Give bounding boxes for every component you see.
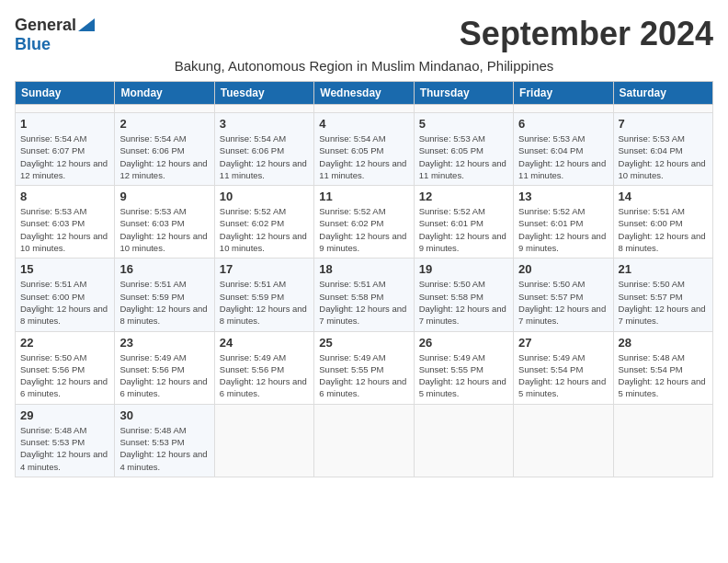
day-number: 5 xyxy=(419,117,508,131)
day-number: 24 xyxy=(220,336,309,350)
col-thursday: Thursday xyxy=(414,82,513,105)
calendar-day-cell: 21 Sunrise: 5:50 AMSunset: 5:57 PMDaylig… xyxy=(613,259,712,331)
day-info: Sunrise: 5:48 AMSunset: 5:53 PMDaylight:… xyxy=(119,424,209,473)
day-number: 14 xyxy=(619,190,708,203)
calendar-day-cell xyxy=(514,105,613,113)
calendar-day-cell xyxy=(314,404,414,477)
calendar-day-cell: 6 Sunrise: 5:53 AMSunset: 6:04 PMDayligh… xyxy=(514,113,613,186)
calendar-week-row: 22 Sunrise: 5:50 AMSunset: 5:56 PMDaylig… xyxy=(16,331,713,404)
calendar-day-cell: 13 Sunrise: 5:52 AMSunset: 6:01 PMDaylig… xyxy=(514,186,613,259)
day-number: 15 xyxy=(20,262,109,276)
calendar-week-row: 29 Sunrise: 5:48 AMSunset: 5:53 PMDaylig… xyxy=(16,404,713,477)
location-title: Bakung, Autonomous Region in Muslim Mind… xyxy=(15,58,713,74)
day-info: Sunrise: 5:49 AMSunset: 5:55 PMDaylight:… xyxy=(419,351,508,400)
calendar-day-cell xyxy=(314,105,414,113)
day-number: 25 xyxy=(319,336,408,350)
calendar-day-cell: 5 Sunrise: 5:53 AMSunset: 6:05 PMDayligh… xyxy=(414,113,513,186)
calendar-day-cell: 8 Sunrise: 5:53 AMSunset: 6:03 PMDayligh… xyxy=(16,186,115,259)
calendar-day-cell: 4 Sunrise: 5:54 AMSunset: 6:05 PMDayligh… xyxy=(314,113,414,186)
day-number: 30 xyxy=(119,408,209,422)
day-info: Sunrise: 5:54 AMSunset: 6:07 PMDaylight:… xyxy=(20,132,109,181)
day-info: Sunrise: 5:53 AMSunset: 6:04 PMDaylight:… xyxy=(619,132,708,181)
day-info: Sunrise: 5:53 AMSunset: 6:03 PMDaylight:… xyxy=(119,205,209,254)
calendar-week-row xyxy=(16,105,713,113)
day-info: Sunrise: 5:54 AMSunset: 6:06 PMDaylight:… xyxy=(220,132,309,181)
day-number: 27 xyxy=(518,336,608,350)
day-info: Sunrise: 5:51 AMSunset: 5:59 PMDaylight:… xyxy=(119,278,209,327)
calendar-day-cell: 23 Sunrise: 5:49 AMSunset: 5:56 PMDaylig… xyxy=(115,331,214,404)
calendar-day-cell xyxy=(613,105,712,113)
header: General Blue September 2024 xyxy=(15,15,713,54)
calendar-day-cell: 19 Sunrise: 5:50 AMSunset: 5:58 PMDaylig… xyxy=(414,259,513,331)
day-number: 23 xyxy=(119,336,209,350)
day-number: 7 xyxy=(619,117,708,131)
day-info: Sunrise: 5:52 AMSunset: 6:02 PMDaylight:… xyxy=(220,205,309,254)
calendar-day-cell: 11 Sunrise: 5:52 AMSunset: 6:02 PMDaylig… xyxy=(314,186,414,259)
day-number: 10 xyxy=(220,190,309,203)
day-number: 18 xyxy=(319,262,408,276)
calendar-day-cell: 22 Sunrise: 5:50 AMSunset: 5:56 PMDaylig… xyxy=(16,331,115,404)
day-number: 20 xyxy=(518,262,608,276)
calendar-day-cell xyxy=(613,404,712,477)
calendar-week-row: 1 Sunrise: 5:54 AMSunset: 6:07 PMDayligh… xyxy=(16,113,713,186)
calendar-table: Sunday Monday Tuesday Wednesday Thursday… xyxy=(15,81,713,477)
calendar-day-cell xyxy=(414,404,513,477)
day-info: Sunrise: 5:52 AMSunset: 6:02 PMDaylight:… xyxy=(319,205,408,254)
day-number: 2 xyxy=(119,117,209,131)
calendar-day-cell: 26 Sunrise: 5:49 AMSunset: 5:55 PMDaylig… xyxy=(414,331,513,404)
month-year-title: September 2024 xyxy=(460,15,713,53)
calendar-day-cell: 15 Sunrise: 5:51 AMSunset: 6:00 PMDaylig… xyxy=(16,259,115,331)
calendar-day-cell: 1 Sunrise: 5:54 AMSunset: 6:07 PMDayligh… xyxy=(16,113,115,186)
day-number: 29 xyxy=(20,408,109,422)
calendar-day-cell: 18 Sunrise: 5:51 AMSunset: 5:58 PMDaylig… xyxy=(314,259,414,331)
calendar-header-row: Sunday Monday Tuesday Wednesday Thursday… xyxy=(16,82,713,105)
day-info: Sunrise: 5:52 AMSunset: 6:01 PMDaylight:… xyxy=(419,205,508,254)
day-info: Sunrise: 5:50 AMSunset: 5:56 PMDaylight:… xyxy=(20,351,109,400)
day-number: 3 xyxy=(220,117,309,131)
logo-general-text: General xyxy=(15,16,76,35)
day-info: Sunrise: 5:51 AMSunset: 6:00 PMDaylight:… xyxy=(619,205,708,254)
day-info: Sunrise: 5:50 AMSunset: 5:57 PMDaylight:… xyxy=(518,278,608,327)
calendar-day-cell: 20 Sunrise: 5:50 AMSunset: 5:57 PMDaylig… xyxy=(514,259,613,331)
col-tuesday: Tuesday xyxy=(214,82,313,105)
col-wednesday: Wednesday xyxy=(314,82,414,105)
col-saturday: Saturday xyxy=(613,82,712,105)
day-info: Sunrise: 5:50 AMSunset: 5:57 PMDaylight:… xyxy=(619,278,708,327)
day-number: 17 xyxy=(220,262,309,276)
calendar-day-cell xyxy=(414,105,513,113)
calendar-day-cell: 29 Sunrise: 5:48 AMSunset: 5:53 PMDaylig… xyxy=(16,404,115,477)
calendar-day-cell: 28 Sunrise: 5:48 AMSunset: 5:54 PMDaylig… xyxy=(613,331,712,404)
calendar-day-cell: 2 Sunrise: 5:54 AMSunset: 6:06 PMDayligh… xyxy=(115,113,214,186)
calendar-day-cell: 30 Sunrise: 5:48 AMSunset: 5:53 PMDaylig… xyxy=(115,404,214,477)
col-sunday: Sunday xyxy=(16,82,115,105)
day-number: 19 xyxy=(419,262,508,276)
day-info: Sunrise: 5:53 AMSunset: 6:03 PMDaylight:… xyxy=(20,205,109,254)
day-info: Sunrise: 5:48 AMSunset: 5:53 PMDaylight:… xyxy=(20,424,109,473)
day-number: 9 xyxy=(119,190,209,203)
calendar-day-cell: 16 Sunrise: 5:51 AMSunset: 5:59 PMDaylig… xyxy=(115,259,214,331)
day-info: Sunrise: 5:54 AMSunset: 6:05 PMDaylight:… xyxy=(319,132,408,181)
calendar-day-cell xyxy=(115,105,214,113)
calendar-week-row: 15 Sunrise: 5:51 AMSunset: 6:00 PMDaylig… xyxy=(16,259,713,331)
col-friday: Friday xyxy=(514,82,613,105)
day-info: Sunrise: 5:51 AMSunset: 6:00 PMDaylight:… xyxy=(20,278,109,327)
day-number: 12 xyxy=(419,190,508,203)
calendar-day-cell: 10 Sunrise: 5:52 AMSunset: 6:02 PMDaylig… xyxy=(214,186,313,259)
day-info: Sunrise: 5:48 AMSunset: 5:54 PMDaylight:… xyxy=(619,351,708,400)
calendar-day-cell: 24 Sunrise: 5:49 AMSunset: 5:56 PMDaylig… xyxy=(214,331,313,404)
day-number: 8 xyxy=(20,190,109,203)
calendar-day-cell: 17 Sunrise: 5:51 AMSunset: 5:59 PMDaylig… xyxy=(214,259,313,331)
day-number: 13 xyxy=(518,190,608,203)
day-number: 1 xyxy=(20,117,109,131)
calendar-day-cell: 9 Sunrise: 5:53 AMSunset: 6:03 PMDayligh… xyxy=(115,186,214,259)
day-number: 22 xyxy=(20,336,109,350)
logo-icon xyxy=(78,15,95,31)
day-number: 26 xyxy=(419,336,508,350)
day-info: Sunrise: 5:49 AMSunset: 5:54 PMDaylight:… xyxy=(518,351,608,400)
day-info: Sunrise: 5:51 AMSunset: 5:58 PMDaylight:… xyxy=(319,278,408,327)
logo: General Blue xyxy=(15,15,95,54)
calendar-day-cell: 7 Sunrise: 5:53 AMSunset: 6:04 PMDayligh… xyxy=(613,113,712,186)
calendar-day-cell xyxy=(514,404,613,477)
day-number: 21 xyxy=(619,262,708,276)
calendar-day-cell: 14 Sunrise: 5:51 AMSunset: 6:00 PMDaylig… xyxy=(613,186,712,259)
